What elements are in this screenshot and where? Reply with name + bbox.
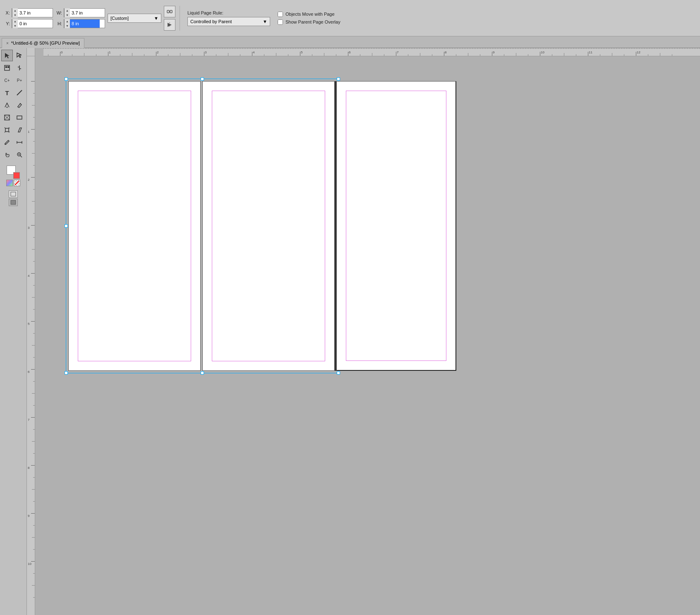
content-collector-button[interactable]: C+ xyxy=(1,74,13,86)
page-3 xyxy=(336,81,456,371)
none-swatch[interactable] xyxy=(14,180,20,186)
measure-tool-button[interactable] xyxy=(14,137,25,148)
shear-tool-button[interactable] xyxy=(14,124,25,136)
x-down-arrow[interactable]: ▼ xyxy=(12,13,18,17)
svg-rect-1 xyxy=(170,10,172,13)
show-overlay-label: Show Parent Page Overlay xyxy=(285,19,340,24)
direct-selection-tool-button[interactable] xyxy=(14,50,25,61)
show-overlay-checkbox-row[interactable]: Show Parent Page Overlay xyxy=(278,19,340,25)
y-input[interactable] xyxy=(18,19,48,28)
svg-rect-9 xyxy=(7,66,9,68)
page-tool-button[interactable] xyxy=(1,62,13,74)
toolbar: X: ▲ ▼ Y: ▲ ▼ W: xyxy=(0,0,700,36)
tab-close-button[interactable]: × xyxy=(6,41,9,46)
svg-line-26 xyxy=(20,156,22,157)
content-placer-button[interactable]: P+ xyxy=(14,74,25,86)
objects-move-checkbox-row[interactable]: Objects Move with Page xyxy=(278,12,340,17)
flip-icon xyxy=(166,22,173,28)
x-input[interactable] xyxy=(18,9,48,17)
line-tool-button[interactable] xyxy=(14,87,25,98)
h-arrows[interactable]: ▲ ▼ xyxy=(64,19,70,28)
line-tool-icon xyxy=(16,89,23,96)
page-3-margin xyxy=(346,91,446,361)
handle-top-right[interactable] xyxy=(337,77,340,81)
gap-tool-icon xyxy=(16,65,23,71)
w-input-wrapper[interactable]: ▲ ▼ xyxy=(64,8,105,17)
y-arrows[interactable]: ▲ ▼ xyxy=(12,19,18,28)
svg-point-21 xyxy=(5,144,6,144)
liquid-dropdown-chevron-icon: ▼ xyxy=(263,19,267,24)
y-label: Y: xyxy=(3,21,10,26)
color-mode-buttons xyxy=(6,180,20,186)
page-2 xyxy=(202,81,335,371)
handle-mid-left[interactable] xyxy=(65,224,68,228)
tab-title: *Untitled-6 @ 50% [GPU Preview] xyxy=(11,41,80,46)
handle-bottom-right[interactable] xyxy=(337,371,340,375)
stroke-swatch[interactable] xyxy=(13,172,20,179)
y-up-arrow[interactable]: ▲ xyxy=(12,19,18,24)
show-overlay-checkbox[interactable] xyxy=(278,19,283,25)
preview-view-button[interactable] xyxy=(9,199,18,206)
canvas-scroll[interactable] xyxy=(35,56,700,615)
selection-tool-button[interactable] xyxy=(1,50,13,61)
h-up-arrow[interactable]: ▲ xyxy=(65,19,70,24)
link-icon xyxy=(166,8,173,15)
objects-move-checkbox[interactable] xyxy=(278,12,283,17)
y-down-arrow[interactable]: ▼ xyxy=(12,24,18,28)
flip-button[interactable] xyxy=(164,19,175,31)
x-field-row: X: ▲ ▼ xyxy=(3,8,53,17)
pen-tool-button[interactable] xyxy=(1,99,13,111)
handle-bottom-left[interactable] xyxy=(65,371,68,375)
eyedropper-tool-button[interactable] xyxy=(1,137,13,148)
gap-tool-button[interactable] xyxy=(14,62,25,74)
handle-top-center[interactable] xyxy=(201,77,204,81)
w-input[interactable] xyxy=(70,9,100,17)
tool-row-7 xyxy=(1,124,25,136)
liquid-page-rule-dropdown[interactable]: Controlled by Parent ▼ xyxy=(187,17,270,26)
h-input[interactable] xyxy=(70,19,100,28)
x-input-wrapper[interactable]: ▲ ▼ xyxy=(12,8,53,17)
main-area: C+ P+ T xyxy=(0,48,700,615)
preset-dropdown[interactable]: [Custom] ▼ xyxy=(108,14,161,23)
h-field-row: H: ▲ ▼ xyxy=(55,19,105,28)
svg-rect-8 xyxy=(5,66,7,68)
y-field-row: Y: ▲ ▼ xyxy=(3,19,53,28)
w-up-arrow[interactable]: ▲ xyxy=(65,8,70,13)
svg-rect-20 xyxy=(5,128,9,132)
separator-1 xyxy=(180,6,180,31)
rectangle-frame-tool-button[interactable] xyxy=(1,112,13,123)
view-buttons xyxy=(9,190,18,206)
handle-top-left[interactable] xyxy=(65,77,68,81)
toolbox: C+ P+ T xyxy=(0,48,27,615)
h-down-arrow[interactable]: ▼ xyxy=(65,24,70,28)
w-down-arrow[interactable]: ▼ xyxy=(65,13,70,17)
w-arrows[interactable]: ▲ ▼ xyxy=(64,8,70,17)
preset-group: [Custom] ▼ xyxy=(108,14,161,23)
constraint-buttons xyxy=(164,6,175,31)
liquid-page-rule-label: Liquid Page Rule: xyxy=(187,10,270,15)
gradient-swatch[interactable] xyxy=(6,180,13,186)
tool-row-3: C+ P+ xyxy=(1,74,25,86)
handle-bottom-center[interactable] xyxy=(201,371,204,375)
tool-row-9 xyxy=(1,149,25,161)
x-arrows[interactable]: ▲ ▼ xyxy=(12,8,18,17)
zoom-tool-button[interactable] xyxy=(14,149,25,161)
free-transform-tool-icon xyxy=(4,127,10,133)
y-input-wrapper[interactable]: ▲ ▼ xyxy=(12,19,53,28)
pen-tool-icon xyxy=(4,102,10,108)
horizontal-ruler: 0123456789101112 xyxy=(43,48,700,56)
free-transform-tool-button[interactable] xyxy=(1,124,13,136)
preset-label: [Custom] xyxy=(110,16,129,21)
pencil-tool-button[interactable] xyxy=(14,99,25,111)
x-up-arrow[interactable]: ▲ xyxy=(12,8,18,13)
text-tool-button[interactable]: T xyxy=(1,87,13,98)
document-tab[interactable]: × *Untitled-6 @ 50% [GPU Preview] xyxy=(2,38,84,48)
svg-line-13 xyxy=(17,90,22,95)
constrain-proportions-button[interactable] xyxy=(164,6,175,17)
tool-row-1 xyxy=(1,50,25,61)
normal-view-button[interactable] xyxy=(9,190,18,198)
h-input-wrapper[interactable]: ▲ ▼ xyxy=(64,19,105,28)
canvas-content xyxy=(68,81,456,371)
hand-tool-button[interactable] xyxy=(1,149,13,161)
rectangle-tool-button[interactable] xyxy=(14,112,25,123)
